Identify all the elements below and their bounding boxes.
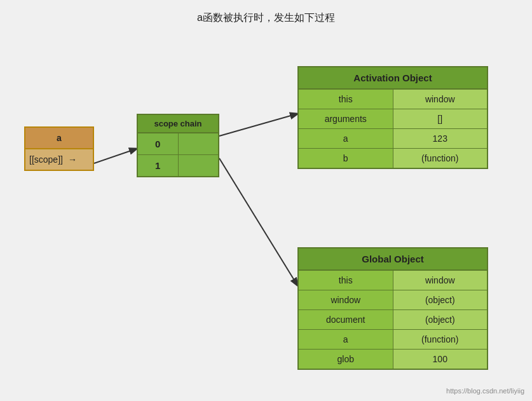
scope-chain-row-0: 0 xyxy=(138,133,218,155)
diagram-area: a [[scope]] → scope chain 0 1 Activation… xyxy=(0,31,532,400)
go-label-0: this xyxy=(299,271,393,290)
go-row-4: glob 100 xyxy=(299,350,487,369)
ao-row-2: a 123 xyxy=(299,129,487,149)
ao-label-2: a xyxy=(299,129,393,148)
go-label-2: document xyxy=(299,310,393,329)
watermark: https://blog.csdn.net/liyiig xyxy=(446,387,524,395)
go-row-0: this window xyxy=(299,271,487,290)
scope-chain-val-1 xyxy=(179,155,219,176)
ao-row-3: b (function) xyxy=(299,149,487,168)
func-scope: [[scope]] → xyxy=(25,149,93,170)
svg-line-2 xyxy=(219,158,297,285)
ao-row-0: this window xyxy=(299,90,487,109)
go-label-3: a xyxy=(299,330,393,349)
svg-line-0 xyxy=(94,149,137,163)
go-value-3: (function) xyxy=(393,330,488,349)
ao-value-0: window xyxy=(393,90,488,109)
scope-chain-box: scope chain 0 1 xyxy=(137,114,219,177)
scope-chain-val-0 xyxy=(179,133,219,154)
scope-chain-index-0: 0 xyxy=(138,133,179,154)
ao-value-3: (function) xyxy=(393,149,488,168)
go-row-1: window (object) xyxy=(299,290,487,310)
go-value-4: 100 xyxy=(393,350,488,369)
ao-label-3: b xyxy=(299,149,393,168)
ao-row-1: arguments [] xyxy=(299,109,487,129)
go-label-1: window xyxy=(299,290,393,309)
go-row-2: document (object) xyxy=(299,310,487,330)
scope-chain-row-1: 1 xyxy=(138,155,218,176)
ao-value-2: 123 xyxy=(393,129,488,148)
ao-label-1: arguments xyxy=(299,109,393,128)
go-value-0: window xyxy=(393,271,488,290)
ao-label-0: this xyxy=(299,90,393,109)
func-name: a xyxy=(25,128,93,149)
activation-object-box: Activation Object this window arguments … xyxy=(297,66,488,169)
page-title: a函数被执行时，发生如下过程 xyxy=(0,0,532,31)
func-box: a [[scope]] → xyxy=(24,126,94,171)
ao-value-1: [] xyxy=(393,109,488,128)
go-value-1: (object) xyxy=(393,290,488,309)
go-label-4: glob xyxy=(299,350,393,369)
global-object-box: Global Object this window window (object… xyxy=(297,247,488,370)
svg-line-1 xyxy=(219,114,297,136)
scope-arrow-icon: → xyxy=(68,154,77,165)
scope-label: [[scope]] xyxy=(29,154,63,165)
go-value-2: (object) xyxy=(393,310,488,329)
global-object-header: Global Object xyxy=(299,248,487,271)
scope-chain-index-1: 1 xyxy=(138,155,179,176)
scope-chain-header: scope chain xyxy=(138,115,218,133)
go-row-3: a (function) xyxy=(299,330,487,350)
activation-object-header: Activation Object xyxy=(299,67,487,90)
